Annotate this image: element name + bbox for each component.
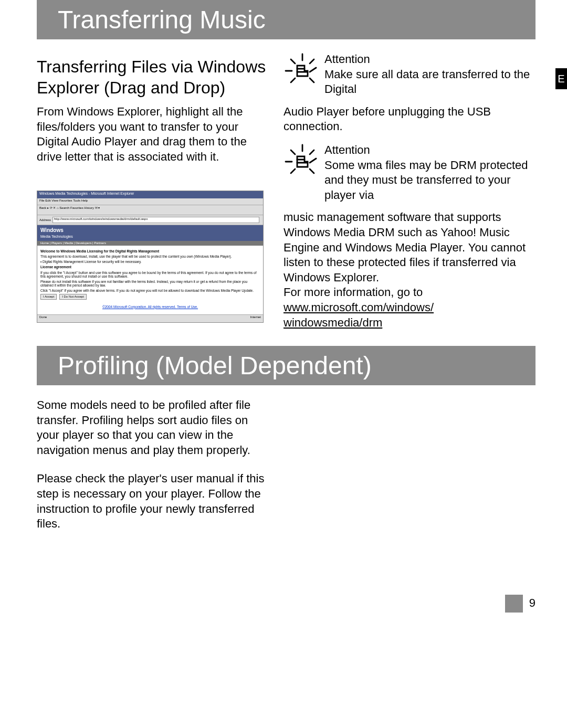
svg-line-13 [291,169,295,173]
page-footer: 9 [37,595,536,613]
attention1-label: Attention [324,52,370,66]
attention2-label: Attention [324,143,370,156]
svg-line-8 [310,68,316,72]
attention-icon [284,143,321,181]
svg-line-5 [310,78,314,82]
section1-body: From Windows Explorer, highlight all the… [37,104,268,164]
ss-btn-decline: I Do Not Accept [59,294,87,300]
attention2-below2: For more information, go to [284,286,423,299]
section2-body1: Some models need to be profiled after fi… [37,398,268,458]
svg-line-17 [310,159,316,163]
svg-line-10 [291,150,295,154]
section1-right-column: Attention Make sure all data are transfe… [284,52,536,330]
ss-banner-sub: Media Technologies [40,235,73,238]
section2-left-column: Some models need to be profiled after fi… [37,398,268,532]
ss-btn-accept: I Accept [40,294,57,300]
ss-content: Welcome to Windows Media Licensing for t… [37,246,263,323]
ss-c5: If you click the "I Accept" button and u… [40,271,260,278]
attention-icon [284,52,321,90]
section2-columns: Some models need to be profiled after fi… [37,398,536,532]
ss-c2: This agreement is to download, install, … [40,255,260,258]
ss-banner: Windows Media Technologies [37,225,263,241]
svg-line-14 [310,169,314,173]
section1-subtitle: Transferring Files via Windows Explorer … [37,56,268,98]
ss-toolbar: Back ▸ ⟳ ✕ ⌂ Search Favorites History ✉ … [37,205,263,215]
section1-header: Transferring Music [37,0,536,39]
attention2-below1: music management software that supports … [284,210,526,283]
ss-address-label: Address [39,218,51,222]
section2-body2: Please check the player's user manual if… [37,471,268,531]
page-content: Transferring Music Transferring Files vi… [0,0,567,634]
ss-c7: Click "I Accept" if you agree with the a… [40,289,260,292]
ss-status-right: Internet [250,315,261,322]
section1-left-column: Transferring Files via Windows Explorer … [37,52,268,330]
svg-line-2 [310,59,314,64]
ss-tabs: Home | Players | Media | Developers | Pa… [37,241,263,246]
ss-titlebar: Windows Media Technologies - Microsoft I… [37,191,263,198]
ss-menu: File Edit View Favorites Tools Help [37,198,263,205]
ss-c4: License agreement [40,265,260,269]
svg-line-4 [291,78,295,82]
attention1-continue: Audio Player before unplugging the USB c… [284,104,536,134]
page-tab-marker [505,595,523,613]
windows-explorer-screenshot: Windows Media Technologies - Microsoft I… [37,191,264,323]
ss-statusbar: Done Internet [37,314,263,322]
ss-address-bar: Address http://www.microsoft.com/windows… [37,215,263,225]
attention1-inline: Make sure all data are transferred to th… [324,68,530,96]
ss-c3: • Digital Rights Management License for … [40,260,260,263]
attention-block-1: Attention Make sure all data are transfe… [284,52,536,97]
svg-line-11 [310,150,314,154]
ss-banner-title: Windows [40,227,64,233]
svg-line-1 [291,59,295,64]
ss-status-left: Done [39,315,47,322]
section2-right-column [284,398,536,532]
ss-c6: Please do not install this software if y… [40,280,260,287]
drm-link[interactable]: www.microsoft.com/windows/ windowsmedia/… [284,301,434,329]
ss-footer-link: ©2004 Microsoft Corporation. All rights … [102,305,198,309]
section1-columns: Transferring Files via Windows Explorer … [37,52,536,330]
attention2-inline: Some wma files may be DRM protected and … [324,159,528,202]
attention1-text: Attention Make sure all data are transfe… [324,52,536,97]
ss-address-box: http://www.microsoft.com/windows/windows… [52,217,259,223]
attention2-continue: music management software that supports … [284,210,536,330]
page-number: 9 [529,596,536,609]
attention2-text: Attention Some wma files may be DRM prot… [324,143,536,203]
ss-c1: Welcome to Windows Media Licensing for t… [40,249,260,253]
attention-block-2: Attention Some wma files may be DRM prot… [284,143,536,203]
section2-header: Profiling (Model Dependent) [37,346,536,385]
